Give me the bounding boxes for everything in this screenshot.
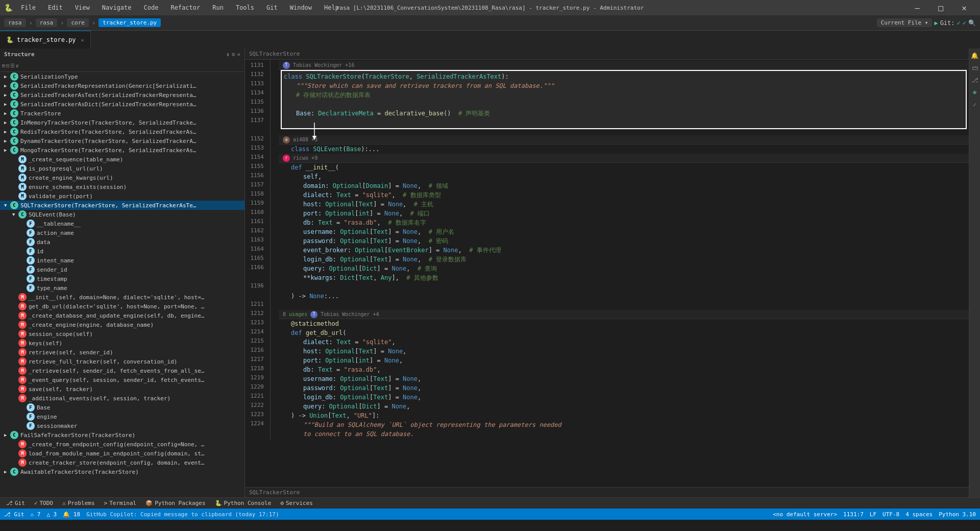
menu-view[interactable]: View [71, 3, 94, 12]
tree-item-icon: M [18, 311, 27, 320]
tree-item-28[interactable]: Msession_scope(self) [0, 329, 244, 339]
tree-item-17[interactable]: Faction_name [0, 228, 244, 237]
menu-code[interactable]: Code [140, 3, 163, 12]
tree-item-36[interactable]: FBase [0, 403, 244, 412]
tree-item-21[interactable]: Fsender_id [0, 265, 244, 274]
tab-terminal[interactable]: > Terminal [100, 498, 141, 509]
git-branch-icon[interactable]: ⎇ Git [4, 511, 24, 518]
tree-item-0[interactable]: ▶CSerializationType [0, 72, 244, 81]
tree-item-29[interactable]: Mkeys(self) [0, 339, 244, 348]
git-sidebar-icon[interactable]: ⎇ [970, 75, 980, 85]
breadcrumb-rasa[interactable]: rasa [4, 18, 26, 27]
breadcrumb-rasa2[interactable]: core [67, 18, 89, 27]
tree-item-10[interactable]: Mis_postgresql_url(url) [0, 164, 244, 173]
menu-file[interactable]: File [17, 3, 40, 12]
breadcrumb-file[interactable]: tracker_store.py [99, 18, 161, 27]
tab-tracker-store[interactable]: 🐍 tracker_store.py ✕ [0, 31, 91, 49]
todo-icon[interactable]: ✓ [970, 100, 980, 110]
breadcrumb-core[interactable]: rasa [36, 18, 58, 27]
tree-item-35[interactable]: M_additional_events(self, session, track… [0, 394, 244, 403]
tree-item-22[interactable]: Ftimestamp [0, 274, 244, 283]
tab-services[interactable]: ⚙ Services [276, 498, 317, 509]
tree-item-27[interactable]: M_create_engine(engine, database_name) [0, 320, 244, 329]
tab-git[interactable]: ⎇ Git [2, 498, 29, 509]
notifications-count[interactable]: 🔔 18 [63, 511, 80, 518]
tree-item-20[interactable]: Fintent_name [0, 256, 244, 265]
filter-icon[interactable]: ☰ [10, 63, 15, 68]
tree-item-1[interactable]: ▶CSerializedTrackerRepresentation(Generi… [0, 81, 244, 90]
collapse-all-icon[interactable]: ⊟ [6, 63, 9, 68]
sort-icon[interactable]: ⇵ [16, 63, 19, 68]
menu-refactor[interactable]: Refactor [166, 3, 204, 12]
run-button[interactable]: ▶ [934, 19, 938, 27]
tree-item-8[interactable]: ▶CMongoTrackerStore(TrackerStore, Serial… [0, 146, 244, 155]
tree-item-2[interactable]: ▶CSerializedTrackerAsText(SerializedTrac… [0, 90, 244, 100]
menu-navigate[interactable]: Navigate [98, 3, 136, 12]
tree-item-39[interactable]: ▶CFailSafeTrackerStore(TrackerStore) [0, 430, 244, 440]
notifications-icon[interactable]: 🔔 [970, 51, 980, 61]
tab-close-icon[interactable]: ✕ [81, 37, 84, 43]
language[interactable]: Python 3.10 [939, 511, 976, 518]
menu-run[interactable]: Run [208, 3, 228, 12]
tree-item-7[interactable]: ▶CDynamoTrackerStore(TrackerStore, Seria… [0, 136, 244, 146]
close-button[interactable]: ✕ [952, 0, 976, 15]
tree-item-31[interactable]: Mretrieve_full_tracker(self, conversatio… [0, 357, 244, 366]
tree-item-42[interactable]: Mcreate_tracker_store(endpoint_config, d… [0, 458, 244, 467]
tree-item-34[interactable]: Msave(self, tracker) [0, 384, 244, 394]
tree-item-37[interactable]: Fengine [0, 412, 244, 421]
menu-tools[interactable]: Tools [232, 3, 258, 12]
tree-item-32[interactable]: M_retrieve(self, sender_id, fetch_events… [0, 366, 244, 375]
menu-git[interactable]: Git [262, 3, 282, 12]
errors-count[interactable]: ⚠ 7 [31, 511, 41, 518]
menu-edit[interactable]: Edit [44, 3, 67, 12]
tab-python-console[interactable]: 🐍 Python Console [211, 498, 276, 509]
tree-item-38[interactable]: Fsessionmaker [0, 421, 244, 430]
tree-item-6[interactable]: ▶CRedisTrackerStore(TrackerStore, Serial… [0, 127, 244, 136]
expand-all-icon[interactable]: ⊞ [2, 63, 5, 68]
tree-item-12[interactable]: Mensure_schema_exists(session) [0, 182, 244, 191]
editor-content[interactable]: 1131 1132 1133 1134 1135 1136 1137 1152 … [245, 60, 969, 487]
tree-item-43[interactable]: ▶CAwaitableTrackerStore(TrackerStore) [0, 467, 244, 476]
copilot-icon[interactable]: ⊕ [970, 87, 980, 98]
current-file-dropdown[interactable]: Current File ▾ [877, 18, 933, 27]
indent-setting[interactable]: 4 spaces [905, 511, 933, 518]
tab-problems[interactable]: ⚠ Problems [58, 498, 99, 509]
structure-settings-icon[interactable]: ⚙ [232, 51, 235, 58]
tree-item-33[interactable]: M_event_query(self, session, sender_id, … [0, 375, 244, 384]
code-lines[interactable]: T Tobias Wochinger +16 class SQLTrackerS… [271, 60, 969, 440]
tree-item-41[interactable]: Mload_from_module_name_in_endpoint_confi… [0, 449, 244, 458]
tree-item-4[interactable]: ▶CTrackerStore [0, 109, 244, 118]
tab-python-packages[interactable]: 📦 Python Packages [141, 498, 209, 509]
tree-item-13[interactable]: Mvalidate_port(port) [0, 191, 244, 201]
tree-item-14[interactable]: ▼CSQLTrackerStore(TrackerStore, Serializ… [0, 201, 244, 210]
menu-window[interactable]: Window [286, 3, 316, 12]
tree-item-9[interactable]: M_create_sequence(table_name) [0, 155, 244, 164]
tree-item-15[interactable]: ▼CSQLEvent(Base) [0, 210, 244, 219]
git-check2[interactable]: ✓ [963, 19, 966, 27]
encoding[interactable]: UTF-8 [883, 511, 899, 518]
tree-item-18[interactable]: Fdata [0, 237, 244, 247]
database-icon[interactable]: 🗃 [970, 63, 980, 73]
tree-item-3[interactable]: ▶CSerializedTrackerAsDict(SerializedTrac… [0, 100, 244, 109]
tree-item-25[interactable]: Mget_db_url(dialect='sqlite', host=None,… [0, 302, 244, 311]
tree-item-5[interactable]: ▶CInMemoryTrackerStore(TrackerStore, Ser… [0, 118, 244, 127]
structure-sort-icon[interactable]: ↕ [226, 51, 230, 58]
warnings-count[interactable]: △ 3 [46, 511, 57, 518]
no-server-label[interactable]: <no default server> [773, 511, 837, 518]
minimize-button[interactable]: — [905, 0, 929, 15]
search-toolbar-button[interactable]: 🔍 [968, 19, 976, 27]
tree-item-40[interactable]: M_create_from_endpoint_config(endpoint_c… [0, 440, 244, 449]
tree-item-26[interactable]: M_create_database_and_update_engine(self… [0, 311, 244, 320]
git-check1[interactable]: ✓ [957, 19, 961, 27]
tree-item-16[interactable]: F__tablename__ [0, 219, 244, 228]
cursor-position[interactable]: 1131:7 [843, 511, 864, 518]
tree-item-24[interactable]: M__init__(self, domain=None, dialect='sq… [0, 293, 244, 302]
maximize-button[interactable]: □ [929, 0, 952, 15]
line-ending[interactable]: LF [870, 511, 876, 518]
tree-item-23[interactable]: Ftype_name [0, 283, 244, 293]
tree-item-19[interactable]: Fid [0, 247, 244, 256]
tree-item-30[interactable]: Mretrieve(self, sender_id) [0, 348, 244, 357]
tree-item-11[interactable]: Mcreate_engine_kwargs(url) [0, 173, 244, 182]
structure-close-icon[interactable]: ✕ [237, 51, 240, 58]
tab-todo[interactable]: ✓ TODO [30, 498, 57, 509]
